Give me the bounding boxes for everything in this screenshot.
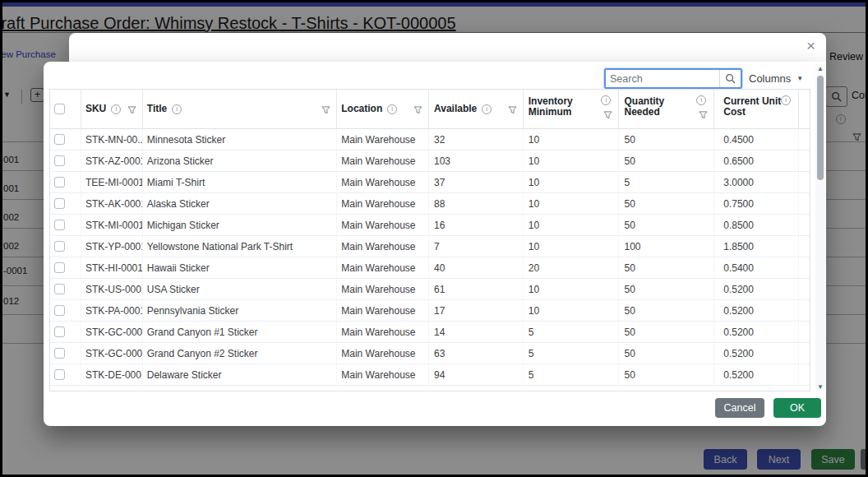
cell-checkbox: [50, 343, 81, 364]
cell-current_unit_cost: 0.8500: [714, 215, 799, 235]
row-checkbox[interactable]: [54, 134, 65, 145]
column-label: Location: [341, 104, 382, 114]
cell-available: 61: [429, 279, 524, 299]
row-checkbox[interactable]: [54, 220, 65, 230]
cell-available: 16: [429, 215, 524, 235]
cell-checkbox: [50, 172, 81, 192]
column-label: Current Unit Cost: [723, 96, 783, 118]
chevron-down-icon: ▼: [796, 75, 803, 82]
cell-sku: STK-GC-0002: [81, 343, 143, 364]
cell-quantity_needed: 50: [619, 257, 714, 278]
cell-sku: STK-HI-0001: [81, 257, 143, 278]
cell-inventory_minimum: 10: [524, 236, 620, 257]
cell-available: 37: [429, 172, 524, 192]
row-checkbox[interactable]: [54, 262, 65, 273]
cell-current_unit_cost: 0.5200: [714, 300, 799, 321]
search-input[interactable]: [606, 70, 719, 87]
col-header-quantity_needed[interactable]: Quantity Neededi: [619, 90, 714, 128]
cell-sku: TEE-MI-0001: [81, 172, 143, 192]
scroll-up-arrow[interactable]: ▲: [815, 65, 825, 72]
table-row[interactable]: STK-YP-0001Yellowstone National Park T-S…: [50, 236, 810, 257]
cell-inventory_minimum: 10: [524, 215, 620, 235]
select-all-cell: [50, 90, 81, 128]
cell-inventory_minimum: 5: [524, 343, 620, 364]
info-icon: i: [601, 95, 611, 105]
cell-current_unit_cost: 0.6500: [714, 151, 799, 171]
cell-available: 103: [429, 151, 524, 171]
cell-quantity_needed: 100: [619, 236, 714, 257]
cell-available: 63: [429, 343, 524, 364]
filter-icon[interactable]: [127, 105, 136, 117]
filter-icon[interactable]: [699, 110, 708, 122]
app-viewport: Draft Purchase Order: Whimsy Restock - T…: [2, 2, 866, 475]
cell-quantity_needed: 50: [619, 343, 714, 364]
column-label: Inventory Minimum: [529, 96, 588, 118]
row-checkbox[interactable]: [54, 348, 65, 359]
filter-icon[interactable]: [321, 105, 330, 117]
search-icon[interactable]: [719, 70, 741, 87]
table-row[interactable]: STK-GC-0001Grand Canyon #1 StickerMain W…: [50, 322, 810, 343]
filter-icon[interactable]: [603, 110, 612, 122]
scrollbar-thumb[interactable]: [817, 76, 824, 180]
cancel-button[interactable]: Cancel: [715, 398, 764, 418]
table-row[interactable]: STK-US-0001USA StickerMain Warehouse6110…: [50, 279, 810, 300]
cell-inventory_minimum: 10: [524, 300, 620, 321]
table-row[interactable]: STK-GC-0002Grand Canyon #2 StickerMain W…: [50, 343, 810, 364]
row-checkbox[interactable]: [54, 284, 65, 294]
table-row[interactable]: STK-AK-0001Alaska StickerMain Warehouse8…: [50, 193, 810, 215]
row-checkbox[interactable]: [54, 155, 65, 166]
columns-button[interactable]: Columns ▼: [749, 68, 803, 89]
cell-title: Pennsylvania Sticker: [143, 300, 337, 321]
window: Draft Purchase Order: Whimsy Restock - T…: [0, 0, 868, 477]
close-icon[interactable]: ×: [806, 35, 815, 57]
cell-inventory_minimum: 10: [524, 172, 620, 192]
col-header-location[interactable]: Locationi: [337, 90, 429, 128]
row-checkbox[interactable]: [54, 177, 65, 188]
ok-button[interactable]: OK: [773, 398, 821, 418]
cell-quantity_needed: 50: [619, 300, 714, 321]
col-header-sku[interactable]: SKUi: [81, 90, 143, 128]
cell-sku: STK-AZ-0001: [81, 151, 143, 171]
table-row[interactable]: STK-MI-0001Michigan StickerMain Warehous…: [50, 215, 810, 236]
cell-current_unit_cost: 0.5200: [714, 343, 799, 364]
cell-checkbox: [50, 193, 81, 214]
table-row[interactable]: STK-MN-00...Minnesota StickerMain Wareho…: [50, 129, 810, 151]
col-header-title[interactable]: Titlei: [143, 90, 337, 128]
table-row[interactable]: STK-AZ-0001Arizona StickerMain Warehouse…: [50, 151, 810, 172]
select-all-checkbox[interactable]: [54, 104, 65, 114]
cell-inventory_minimum: 5: [524, 322, 620, 342]
col-header-inventory_minimum[interactable]: Inventory Minimumi: [524, 90, 620, 128]
filter-icon[interactable]: [508, 105, 517, 117]
column-label: Title: [147, 104, 167, 114]
info-icon: i: [172, 104, 182, 114]
table-row[interactable]: TEE-MI-0001Miami T-ShirtMain Warehouse37…: [50, 172, 810, 193]
cell-current_unit_cost: 1.8500: [714, 236, 799, 257]
info-icon: i: [696, 95, 706, 105]
table-row[interactable]: STK-HI-0001Hawaii StickerMain Warehouse4…: [50, 257, 810, 279]
table-scrollbar[interactable]: ▲ ▼: [815, 65, 825, 391]
scroll-down-arrow[interactable]: ▼: [815, 383, 825, 391]
cell-checkbox: [50, 129, 81, 150]
cell-checkbox: [50, 322, 81, 342]
col-header-available[interactable]: Availablei: [429, 90, 524, 128]
cell-available: 94: [429, 364, 524, 385]
table-row[interactable]: STK-PA-0001Pennsylvania StickerMain Ware…: [50, 300, 810, 322]
cell-available: 32: [429, 129, 524, 150]
cell-available: 40: [429, 257, 524, 278]
filter-icon[interactable]: [413, 105, 422, 117]
row-checkbox[interactable]: [54, 326, 65, 337]
cell-location: Main Warehouse: [337, 322, 429, 342]
row-checkbox[interactable]: [54, 305, 65, 316]
cell-location: Main Warehouse: [337, 343, 429, 364]
row-checkbox[interactable]: [54, 241, 65, 252]
cell-location: Main Warehouse: [337, 172, 429, 192]
cell-quantity_needed: 50: [619, 129, 714, 150]
col-header-current_unit_cost[interactable]: Current Unit Costi: [714, 90, 799, 128]
row-checkbox[interactable]: [54, 369, 65, 380]
cell-title: Michigan Sticker: [143, 215, 337, 235]
row-checkbox[interactable]: [54, 198, 65, 209]
table-row[interactable]: STK-DE-0001Delaware StickerMain Warehous…: [50, 364, 810, 386]
cell-location: Main Warehouse: [337, 300, 429, 321]
cell-quantity_needed: 50: [619, 279, 714, 299]
items-table: SKUiTitleiLocationiAvailableiInventory M…: [49, 89, 810, 391]
